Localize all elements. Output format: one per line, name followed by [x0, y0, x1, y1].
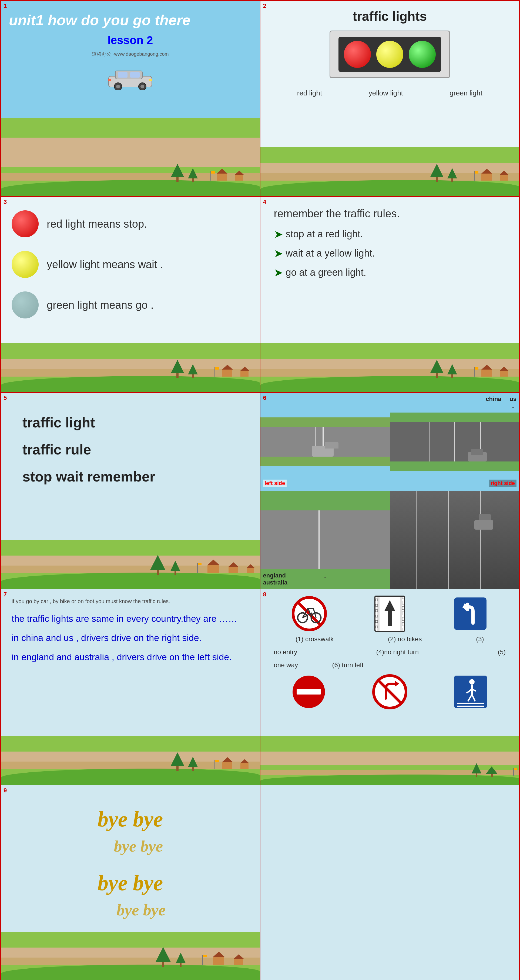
bye-text-4: bye bye	[116, 901, 166, 919]
one-way-sign-item	[374, 595, 406, 633]
slide-4-rule-2: ➤ wait at a yellow light.	[274, 247, 506, 259]
slide-4: 4 remember the traffic rules. ➤ stop at …	[260, 197, 520, 393]
svg-point-39	[469, 679, 475, 684]
num-5-label: (5)	[498, 648, 506, 656]
signs-top-row	[268, 595, 511, 633]
svg-rect-26	[402, 609, 404, 612]
slide-3-red-row: red light means stop.	[12, 210, 249, 237]
slide-6-left-road: left side	[260, 393, 390, 491]
one-way-sign-svg	[374, 595, 406, 633]
green-light-label: green light	[450, 89, 482, 97]
us-label: us	[509, 396, 517, 402]
slide-1-number: 1	[3, 2, 7, 10]
arrow-icon-1: ➤	[274, 228, 283, 240]
eng-aus-arrow: ↑	[323, 574, 327, 584]
slide-1-watermark: 道格办公~www.daogebangong.com	[9, 51, 252, 57]
svg-rect-24	[402, 599, 404, 601]
slide-6: 6 left side	[260, 393, 520, 589]
england-label: england	[263, 572, 286, 579]
australia-label: australia	[263, 579, 288, 586]
turn-left-label: (6) turn left	[332, 661, 364, 668]
slide-7-scene	[1, 747, 260, 785]
china-label: china	[486, 396, 501, 402]
svg-rect-21	[376, 615, 377, 617]
slide-1-scene	[1, 158, 260, 196]
slide-3-red-text: red light means stop.	[47, 218, 147, 230]
yellow-light-label: yellow light	[369, 89, 403, 97]
slide-5-word-2: traffic rule	[22, 441, 238, 458]
left-side-label: left side	[263, 480, 287, 487]
turn-left-sign-item	[453, 596, 488, 631]
svg-rect-18	[376, 599, 377, 601]
slide-7-note: if you go by car , by bike or on foot,yo…	[12, 597, 249, 605]
slide-4-number: 4	[263, 199, 266, 205]
slide-empty	[260, 785, 520, 980]
slide-7-para-1: the traffic lights are same in every cou…	[12, 612, 249, 625]
no-entry-sign-item	[291, 674, 326, 711]
svg-rect-3	[130, 72, 140, 78]
slide-9: 9 bye bye bye bye bye bye bye bye	[0, 785, 260, 980]
slide-3-red-ball	[12, 210, 39, 237]
slide-6-number: 6	[263, 395, 266, 401]
slide-1-car	[9, 65, 252, 90]
svg-rect-25	[402, 604, 404, 606]
svg-rect-20	[376, 609, 377, 612]
slide-4-rule-3: ➤ go at a green light.	[274, 266, 506, 279]
svg-rect-23	[376, 626, 377, 628]
turn-left-num: (3)	[476, 635, 484, 643]
bye-text-2: bye bye	[114, 837, 163, 855]
slide-9-bye-1: bye bye	[17, 807, 244, 832]
no-right-turn-sign-item	[372, 674, 407, 711]
signs-labels-row-1: (1) crosswalk (2) no bikes (3)	[268, 635, 511, 643]
slide-7-number: 7	[3, 591, 7, 598]
one-way-label: one way	[274, 661, 298, 668]
slide-9-number: 9	[3, 787, 7, 794]
slide-5-word-3: stop wait remember	[22, 469, 238, 485]
no-bike-sign-svg	[292, 596, 327, 631]
one-way-label-row: one way (6) turn left	[268, 661, 511, 669]
slide-4-rule-1: ➤ stop at a red light.	[274, 228, 506, 240]
crosswalk-label: (1) crosswalk	[295, 635, 334, 643]
slide-2: 2 traffic lights red light yellow light …	[260, 0, 520, 197]
rule-2-text: wait at a yellow light.	[286, 248, 375, 259]
red-light-circle	[344, 41, 371, 68]
svg-rect-34	[296, 689, 321, 695]
slide-4-scene	[260, 355, 520, 392]
svg-rect-22	[376, 620, 377, 623]
slide-9-scene	[1, 943, 260, 980]
slide-3-scene	[1, 355, 260, 392]
slide-6-right-road: china us ↓ right side	[390, 393, 519, 491]
us-label-with-arrow: us ↓	[509, 396, 517, 410]
svg-point-7	[141, 84, 144, 88]
slide-9-bye-4: bye bye	[39, 901, 244, 920]
slide-6-right-bottom	[390, 491, 519, 589]
slide-3-number: 3	[3, 199, 7, 205]
svg-rect-8	[149, 79, 152, 81]
svg-rect-29	[402, 626, 404, 628]
svg-rect-28	[402, 620, 404, 623]
traffic-light-box	[330, 30, 450, 78]
no-bike-sign-item	[292, 596, 327, 631]
eng-aus-label: england australia	[263, 572, 288, 586]
no-right-turn-sign-svg	[372, 674, 407, 710]
slide-8: 8	[260, 589, 520, 785]
slide-3-yellow-row: yellow light means wait .	[12, 251, 249, 278]
no-right-turn-label: (4)no right turn	[376, 648, 419, 656]
slide-5: 5 traffic light traffic rule stop wait r…	[0, 393, 260, 589]
right-side-label: right side	[489, 480, 517, 487]
slide-9-bye-2: bye bye	[33, 837, 244, 856]
no-entry-sign-svg	[291, 674, 326, 710]
down-arrow-icon: ↓	[512, 402, 515, 410]
china-us-labels: china us ↓	[486, 396, 517, 410]
svg-rect-45	[457, 703, 484, 704]
turn-left-sign-svg	[453, 596, 488, 631]
slide-3: 3 red light means stop. yellow light mea…	[0, 197, 260, 393]
rule-3-text: go at a green light.	[286, 267, 366, 278]
slide-6-eng-road: ↑ england australia	[260, 491, 390, 589]
slide-3-green-text: green light means go .	[47, 299, 154, 311]
slide-3-green-row: green light means go .	[12, 291, 249, 318]
bye-text-1: bye bye	[98, 807, 163, 831]
arrow-icon-2: ➤	[274, 247, 283, 259]
traffic-light-inner	[338, 37, 441, 72]
svg-rect-46	[457, 706, 484, 707]
